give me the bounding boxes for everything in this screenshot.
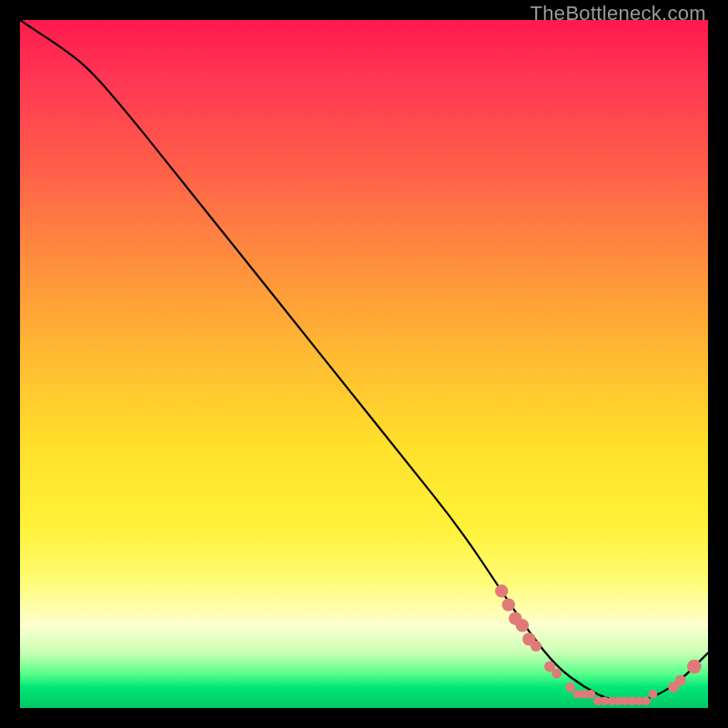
curve-marker — [587, 690, 596, 699]
curve-marker — [687, 660, 702, 674]
curve-marker — [516, 619, 529, 632]
bottleneck-curve — [20, 20, 708, 701]
chart-frame: TheBottleneck.com — [0, 0, 728, 728]
chart-plot-area — [20, 20, 708, 708]
curve-marker — [502, 598, 515, 611]
curve-marker — [649, 690, 658, 699]
chart-svg — [20, 20, 708, 708]
curve-marker — [551, 669, 561, 679]
curve-markers — [495, 584, 702, 705]
watermark-text: TheBottleneck.com — [531, 2, 706, 25]
curve-marker — [675, 675, 686, 686]
curve-marker — [565, 682, 575, 693]
curve-marker — [642, 697, 651, 706]
curve-marker — [531, 641, 541, 652]
curve-marker — [495, 584, 508, 597]
